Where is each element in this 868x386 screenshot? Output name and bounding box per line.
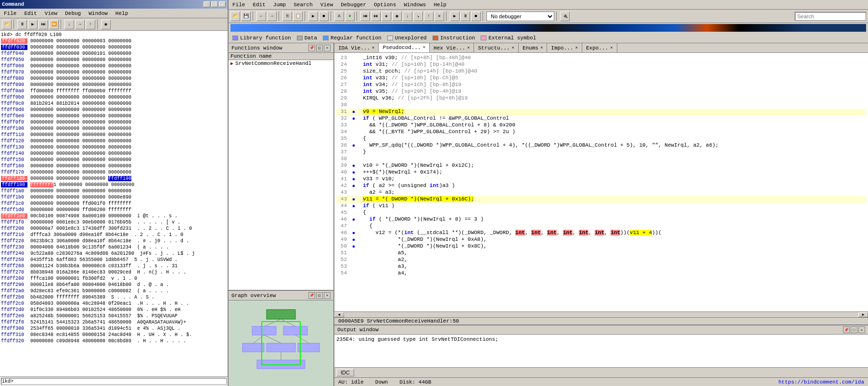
ida-text[interactable]: A — [334, 12, 344, 21]
toolbar-step-over[interactable]: → — [75, 20, 85, 29]
code-line-48: 48 ● v12 = (*(int (__stdcall **)(_DWORD,… — [336, 230, 866, 237]
output-maximize-btn[interactable]: □ — [851, 326, 857, 333]
func-float-btn[interactable]: ◱ — [316, 45, 323, 51]
tab-structures[interactable]: Structu... × — [474, 43, 518, 52]
ida-paste[interactable]: 📋 — [293, 12, 303, 21]
ida-step3[interactable]: ↑ — [424, 12, 434, 21]
debugger-dropdown[interactable]: No debugger Local Win32 debugger Remote … — [486, 12, 554, 21]
ida-stop[interactable]: ■ — [319, 12, 329, 21]
ida-debug-go[interactable]: ▶ — [450, 12, 460, 21]
menu-options[interactable]: Options — [372, 1, 398, 8]
ida-back[interactable]: ← — [256, 12, 266, 21]
tab-enums[interactable]: Enums × — [519, 43, 547, 52]
tab-ida-view-close[interactable]: × — [372, 46, 374, 50]
menu-edit-right[interactable]: Edit — [251, 1, 267, 8]
tab-structures-close[interactable]: × — [511, 46, 514, 50]
addr-ffdff090: ffdff090 — [1, 82, 27, 87]
line-num-49: 49 — [336, 237, 351, 243]
line-dot-45 — [351, 210, 357, 216]
tab-exports-close[interactable]: × — [610, 46, 613, 50]
right-menu-bar: File Edit Jump Search View Debugger Opti… — [229, 0, 868, 10]
toolbar-step-in[interactable]: ↓ — [64, 20, 74, 29]
toolbar-btn3[interactable]: ⏭ — [38, 20, 48, 29]
ida-close-x[interactable]: ✕ — [434, 12, 444, 21]
ida-connect[interactable]: 🔌 — [560, 12, 570, 21]
code-line-25: 25 size_t pcch; // [sp+14h] [bp-10h]@40 — [336, 68, 866, 75]
tab-enums-close[interactable]: × — [540, 46, 543, 50]
menu-windows[interactable]: Windows — [402, 1, 428, 8]
tab-pseudocode-close[interactable]: × — [423, 45, 425, 50]
tab-imports-close[interactable]: × — [575, 46, 578, 50]
menu-debug-left[interactable]: Debug — [63, 10, 83, 17]
bytes-ffdff1e0: 00cb0100 00874908 8a000100 00000000 i @t… — [27, 213, 178, 219]
ida-run[interactable]: ▶ — [308, 12, 318, 21]
func-close-btn[interactable]: × — [324, 45, 331, 51]
menu-debugger[interactable]: Debugger — [339, 1, 368, 8]
tab-exports[interactable]: Expo... × — [582, 43, 617, 52]
ida-bp1[interactable]: ◈ — [382, 12, 391, 21]
menu-help-right[interactable]: Help — [432, 1, 448, 8]
ida-open[interactable]: 📂 — [230, 12, 240, 21]
toolbar-step-out[interactable]: ↑ — [86, 20, 95, 29]
toolbar-btn2[interactable]: ▶ — [28, 20, 38, 29]
left-maximize-btn[interactable]: □ — [211, 1, 218, 7]
scroll-left-btn[interactable]: ◄ — [334, 312, 344, 317]
scroll-track[interactable] — [344, 312, 858, 317]
tab-hex-view-close[interactable]: × — [467, 46, 470, 50]
code-status-line: 0000A5E9 SrvNetCommonReceiveHandler:50 — [334, 317, 868, 324]
tab-ida-view[interactable]: IDA Vie... × — [334, 43, 379, 52]
ida-save[interactable]: 💾 — [241, 12, 251, 21]
legend-lib-label: Library function — [240, 35, 291, 41]
ida-nav1[interactable]: ⏮ — [360, 12, 370, 21]
output-close-btn[interactable]: × — [858, 326, 865, 333]
toolbar-bp[interactable]: ◉ — [101, 20, 111, 29]
menu-jump[interactable]: Jump — [271, 1, 288, 8]
menu-search[interactable]: Search — [292, 1, 315, 8]
func-item-srvnet[interactable]: ▶ SrvNetCommonReceiveHandl — [229, 60, 333, 67]
menu-edit-left[interactable]: Edit — [22, 10, 38, 17]
toolbar-btn1[interactable]: ⏸ — [17, 20, 27, 29]
search-input[interactable] — [795, 12, 866, 21]
scroll-right-btn[interactable]: ► — [858, 312, 868, 317]
ida-step1[interactable]: ↓ — [403, 12, 412, 21]
code-line-31: 31 ● v9 = NewIrql; — [336, 109, 866, 115]
tab-hex-view[interactable]: Hex Vie... × — [430, 43, 474, 52]
line-dot-44: ● — [351, 203, 357, 210]
ida-stop2[interactable]: ■ — [471, 12, 481, 21]
toolbar-btn4[interactable]: ⏩ — [49, 20, 59, 29]
ida-step2[interactable]: ↘ — [413, 12, 423, 21]
ida-copy[interactable]: ⎘ — [282, 12, 292, 21]
cmd-input[interactable] — [1, 378, 227, 385]
menu-file-left[interactable]: File — [2, 10, 18, 17]
output-pin-btn[interactable]: 📌 — [843, 326, 850, 333]
graph-float-btn[interactable]: ◱ — [316, 292, 323, 299]
ida-bp2[interactable]: ◉ — [392, 12, 402, 21]
output-window: Output window 📌 □ × 235E4: using guessed… — [334, 324, 868, 377]
line-num-47: 47 — [336, 223, 351, 230]
code-content[interactable]: 23 _int16 v30; // [sp+8h] [bp-48h]@40 24… — [334, 53, 868, 311]
line-dot-24 — [351, 62, 357, 68]
svg-rect-3 — [283, 326, 307, 335]
left-close-btn[interactable]: × — [219, 1, 226, 7]
cmd-addr-line-8: ffdff0a0 ffd000b0 ffffffff ffd000b0 ffff… — [1, 88, 227, 94]
svg-rect-6 — [298, 343, 319, 352]
graph-pin-btn[interactable]: 📌 — [308, 292, 315, 299]
tab-pseudocode[interactable]: Pseudocod... × — [379, 43, 430, 52]
menu-view-left[interactable]: View — [43, 10, 59, 17]
func-pin-btn[interactable]: 📌 — [308, 45, 315, 51]
graph-close-btn[interactable]: × — [324, 292, 331, 299]
menu-view[interactable]: View — [319, 1, 335, 8]
menu-window-left[interactable]: Window — [87, 10, 110, 17]
toolbar-open[interactable]: 📂 — [2, 20, 12, 29]
ida-fwd[interactable]: → — [267, 12, 277, 21]
ida-nav2[interactable]: ⏭ — [371, 12, 381, 21]
left-minimize-btn[interactable]: _ — [204, 1, 210, 7]
ida-green-dot[interactable]: ● — [345, 12, 355, 21]
idc-button[interactable]: IDC — [336, 369, 354, 376]
tab-imports[interactable]: Impo... × — [547, 43, 582, 52]
ida-pause[interactable]: ⏸ — [460, 12, 470, 21]
menu-file-right[interactable]: File — [230, 1, 247, 8]
horizontal-scrollbar[interactable]: ◄ ► — [334, 311, 868, 317]
addr-ffdff050: ffdff050 — [1, 57, 27, 62]
menu-help-left[interactable]: Help — [114, 10, 130, 17]
